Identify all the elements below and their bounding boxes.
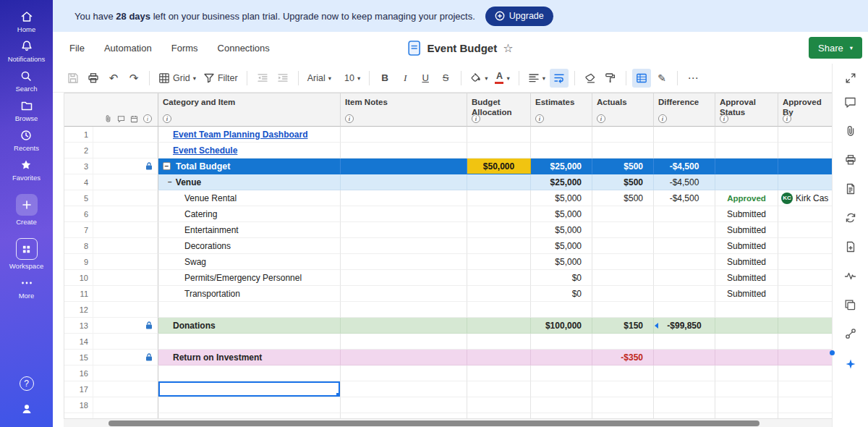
cell-notes-row17[interactable] <box>341 381 467 397</box>
cell-estimates-row16[interactable] <box>531 365 592 381</box>
view-grid-dropdown[interactable]: Grid ▾ <box>156 69 199 88</box>
cell-approvedBy-row7[interactable] <box>778 222 832 238</box>
attachment-icon[interactable] <box>104 114 112 123</box>
add-document-icon[interactable] <box>836 232 865 261</box>
sidebar-item-favorites[interactable]: Favorites <box>12 158 41 182</box>
cell-difference-row10[interactable] <box>654 270 715 286</box>
row-number-7[interactable]: 7 <box>64 222 158 238</box>
cell-category-row11[interactable]: Transportation <box>158 286 341 302</box>
cell-estimates-row11[interactable]: $0 <box>531 286 592 302</box>
row-number-6[interactable]: 6 <box>64 206 158 222</box>
cell-actuals-row16[interactable] <box>592 365 654 381</box>
strikethrough-button[interactable]: S <box>436 69 455 88</box>
cell-budget-row19[interactable] <box>467 413 531 418</box>
cell-budget-row10[interactable] <box>467 270 531 286</box>
cell-notes-row1[interactable] <box>341 127 467 143</box>
cell-approvedBy-row4[interactable] <box>778 174 832 190</box>
cell-estimates-row17[interactable] <box>531 381 592 397</box>
sidebar-item-home[interactable]: Home <box>17 10 35 33</box>
cell-approvedBy-row18[interactable] <box>778 397 832 413</box>
cell-difference-row16[interactable] <box>654 365 715 381</box>
cell-approval-row6[interactable]: Submitted <box>715 206 778 222</box>
comment-icon[interactable] <box>117 115 125 123</box>
row-number-5[interactable]: 5 <box>64 190 158 206</box>
sidebar-item-browse[interactable]: Browse <box>15 99 38 122</box>
text-color-button[interactable]: A ▾ <box>492 69 512 88</box>
cell-approval-row8[interactable]: Submitted <box>715 238 778 254</box>
column-header-notes[interactable]: Item Notesi <box>341 93 467 127</box>
cell-estimates-row9[interactable]: $5,000 <box>531 254 592 270</box>
italic-button[interactable]: I <box>396 69 414 88</box>
cell-actuals-row2[interactable] <box>592 143 654 158</box>
cell-category-row14[interactable] <box>158 334 341 350</box>
format-painter-button[interactable] <box>601 69 620 88</box>
info-icon[interactable]: i <box>783 114 791 123</box>
conversations-icon[interactable] <box>836 88 865 117</box>
cell-approvedBy-row12[interactable] <box>778 302 832 318</box>
cell-actuals-row10[interactable] <box>592 270 654 286</box>
outdent-button[interactable] <box>253 69 272 88</box>
cell-actuals-row11[interactable] <box>592 286 654 302</box>
cell-category-row16[interactable] <box>158 365 341 381</box>
cell-budget-row14[interactable] <box>467 334 531 350</box>
info-icon[interactable]: i <box>658 114 667 123</box>
cell-actuals-row4[interactable]: $500 <box>592 174 654 190</box>
cell-estimates-row12[interactable] <box>531 302 592 318</box>
row-number-14[interactable]: 14 <box>64 334 158 350</box>
cell-category-row15[interactable]: Return on Investment <box>158 350 341 365</box>
cell-difference-row11[interactable] <box>654 286 715 302</box>
cell-actuals-row7[interactable] <box>592 222 654 238</box>
cell-approval-row3[interactable] <box>715 158 778 174</box>
cell-budget-row17[interactable] <box>467 381 531 397</box>
font-family-dropdown[interactable]: Arial ▾ <box>305 69 334 88</box>
horizontal-scrollbar[interactable] <box>64 418 832 427</box>
cell-actuals-row19[interactable] <box>592 413 654 418</box>
redo-button[interactable]: ↷ <box>124 69 143 88</box>
cell-actuals-row17[interactable] <box>592 381 654 397</box>
sidebar-item-notifications[interactable]: Notifications <box>8 40 46 63</box>
sidebar-item-workspace[interactable]: Workspace <box>9 238 43 270</box>
cell-difference-row4[interactable]: -$4,500 <box>654 174 715 190</box>
cell-estimates-row15[interactable] <box>531 350 592 365</box>
cell-notes-row5[interactable] <box>341 190 467 206</box>
cell-estimates-row14[interactable] <box>531 334 592 350</box>
row-number-8[interactable]: 8 <box>64 238 158 254</box>
cell-budget-row9[interactable] <box>467 254 531 270</box>
cell-difference-row15[interactable] <box>654 350 715 365</box>
cell-approval-row14[interactable] <box>715 334 778 350</box>
edit-pen-button[interactable]: ✎ <box>652 69 671 88</box>
cell-estimates-row3[interactable]: $25,000 <box>531 158 592 174</box>
cell-category-row8[interactable]: Decorations <box>158 238 341 254</box>
cell-notes-row14[interactable] <box>341 334 467 350</box>
cell-approval-row16[interactable] <box>715 365 778 381</box>
cell-category-row6[interactable]: Catering <box>158 206 341 222</box>
cell-difference-row18[interactable] <box>654 397 715 413</box>
activity-log-icon[interactable] <box>836 261 865 290</box>
cell-budget-row5[interactable] <box>467 190 531 206</box>
cell-difference-row12[interactable] <box>654 302 715 318</box>
profile-button[interactable] <box>20 402 33 418</box>
cell-approvedBy-row11[interactable] <box>778 286 832 302</box>
underline-button[interactable]: U <box>416 69 435 88</box>
cell-actuals-row5[interactable]: $500 <box>592 190 654 206</box>
favorite-star-icon[interactable]: ☆ <box>503 41 513 55</box>
cell-actuals-row1[interactable] <box>592 127 654 143</box>
cell-budget-row13[interactable] <box>467 318 531 334</box>
cell-difference-row17[interactable] <box>654 381 715 397</box>
cell-estimates-row2[interactable] <box>531 143 592 158</box>
save-button[interactable] <box>64 69 82 88</box>
row-number-11[interactable]: 11 <box>64 286 158 302</box>
share-button[interactable]: Share ▾ <box>809 37 862 59</box>
cell-category-row13[interactable]: Donations <box>158 318 341 334</box>
cell-category-row10[interactable]: Permits/Emergency Personnel <box>158 270 341 286</box>
cell-estimates-row18[interactable] <box>531 397 592 413</box>
cell-category-row5[interactable]: Venue Rental <box>158 190 341 206</box>
cell-budget-row12[interactable] <box>467 302 531 318</box>
cell-difference-row13[interactable]: -$99,850 <box>654 318 715 334</box>
cell-actuals-row18[interactable] <box>592 397 654 413</box>
row-number-3[interactable]: 3 <box>64 158 158 174</box>
cell-estimates-row5[interactable]: $5,000 <box>531 190 592 206</box>
cell-notes-row18[interactable] <box>341 397 467 413</box>
cell-approval-row19[interactable] <box>715 413 778 418</box>
expand-icon[interactable] <box>841 69 860 88</box>
